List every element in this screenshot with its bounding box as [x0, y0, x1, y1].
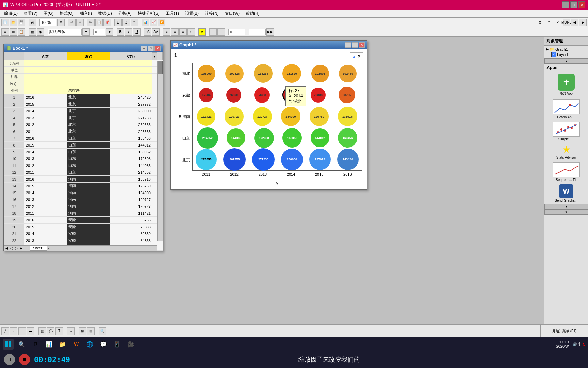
chart-plot-area[interactable]: 105000 109818 113214 111820 101505 10244…: [192, 63, 362, 171]
tb-open[interactable]: 📂: [10, 19, 17, 26]
cell-8-b[interactable]: 山东: [67, 142, 110, 148]
task-wps2[interactable]: W: [71, 339, 82, 350]
bubble-hubei-2015[interactable]: 101505: [311, 65, 329, 82]
tb-btn3[interactable]: ≡: [131, 19, 138, 26]
menu-quick-analysis[interactable]: 快捷分析(S): [135, 10, 162, 17]
bubble-henan-2016[interactable]: 135916: [338, 107, 357, 126]
task-wechat[interactable]: 💬: [98, 339, 109, 350]
cell-4-a[interactable]: 2013: [24, 114, 67, 121]
bubble-beijing-2015[interactable]: 227972: [309, 149, 331, 170]
bubble-shandong-2012[interactable]: 144085: [227, 128, 245, 147]
cell-12-a[interactable]: 2011: [24, 169, 67, 175]
menu-data[interactable]: 数据(D): [95, 10, 115, 17]
minimize-btn[interactable]: ─: [562, 1, 569, 8]
cell-20-b[interactable]: 安徽: [67, 224, 110, 230]
tb-zoom-dropdown[interactable]: ▼: [57, 19, 65, 26]
menu-view[interactable]: 查看(V): [21, 10, 40, 17]
menu-insert[interactable]: 插入(I): [77, 10, 95, 17]
bubble-henan-2014[interactable]: 134000: [281, 107, 300, 126]
task-browser[interactable]: 🌐: [84, 339, 95, 350]
start-btn[interactable]: [3, 339, 14, 350]
bubble-henan-2015[interactable]: 126759: [310, 107, 329, 126]
draw-arrow[interactable]: →: [67, 327, 75, 335]
align-left[interactable]: ≡: [163, 28, 170, 36]
col-header-c[interactable]: C(Y): [110, 52, 152, 60]
tb-btn2[interactable]: Σ: [122, 19, 130, 26]
cell-12-b[interactable]: 山东: [67, 169, 110, 175]
cell-19-a[interactable]: 2016: [24, 217, 67, 223]
cell-17-b[interactable]: 河南: [67, 203, 110, 210]
cell-1-a[interactable]: 2016: [24, 94, 67, 101]
cell-21-c[interactable]: 82359: [110, 230, 152, 237]
cell-19-c[interactable]: 98765: [110, 217, 152, 223]
right-scroll-down2[interactable]: ▼: [544, 209, 588, 215]
bubble-shandong-2016[interactable]: 163456: [338, 128, 357, 148]
cell-15-b[interactable]: 河南: [67, 189, 110, 196]
align-center[interactable]: ≡: [171, 28, 179, 36]
cell-6-b[interactable]: 北京: [67, 128, 110, 135]
cell-17-a[interactable]: 2012: [24, 203, 67, 210]
menu-window[interactable]: 窗口(W): [222, 10, 242, 17]
ss-minimize[interactable]: ─: [141, 46, 147, 51]
bubble-hubei-2011[interactable]: 105000: [198, 65, 215, 82]
stats-advisor-item[interactable]: ★ Stats Advisor: [544, 142, 588, 161]
cell-18-b[interactable]: 河南: [67, 210, 110, 216]
draw-bar[interactable]: ▬: [27, 327, 34, 335]
tb-more[interactable]: MORE: [563, 19, 570, 26]
cell-2-c[interactable]: 227972: [110, 101, 152, 107]
cell-9-a[interactable]: 2014: [24, 149, 67, 155]
italic-btn[interactable]: I: [125, 28, 132, 36]
cell-danwei-a[interactable]: [24, 67, 67, 73]
draw-dash[interactable]: ╌: [18, 327, 26, 335]
bubble-beijing-2013[interactable]: 271238: [252, 148, 275, 171]
cell-11-b[interactable]: 山东: [67, 162, 110, 169]
bubble-anhui-2016[interactable]: 98765: [339, 87, 355, 103]
cell-4-b[interactable]: 北京: [67, 114, 110, 121]
bubble-anhui-2015[interactable]: 79888: [311, 88, 326, 103]
taskview-btn[interactable]: ⧉: [30, 339, 41, 350]
cell-10-a[interactable]: 2013: [24, 155, 67, 162]
bubble-hubei-2012[interactable]: 109818: [225, 64, 244, 83]
draw-zoom[interactable]: 🔍: [99, 327, 106, 335]
send-graphs-item[interactable]: W Send Graphs...: [544, 183, 588, 204]
cell-15-c[interactable]: 134000: [110, 189, 152, 196]
menu-analysis[interactable]: 分析(A): [115, 10, 134, 17]
cell-zhushi-a[interactable]: [24, 74, 67, 80]
menu-settings[interactable]: 设置(B): [182, 10, 201, 17]
cell-10-c[interactable]: 172308: [110, 155, 152, 162]
bubble-hubei-2013[interactable]: 113214: [254, 64, 273, 83]
menu-graph[interactable]: 图(G): [41, 10, 56, 17]
cell-fx-a[interactable]: [24, 80, 67, 87]
draw-circle[interactable]: ◯: [47, 327, 54, 335]
cell-13-c[interactable]: 135916: [110, 176, 152, 182]
font-dropdown[interactable]: ▼: [82, 28, 90, 36]
task-app6[interactable]: 🎥: [125, 339, 136, 350]
cell-21-b[interactable]: 安徽: [67, 230, 110, 237]
cell-14-a[interactable]: 2015: [24, 183, 67, 189]
seq-fit-item[interactable]: Sequenti... Fit: [544, 161, 588, 183]
fill-color[interactable]: A: [198, 28, 206, 36]
draw-text[interactable]: T: [55, 327, 63, 335]
task-wps[interactable]: 📊: [44, 339, 54, 350]
cell-12-c[interactable]: 214352: [110, 169, 152, 175]
layer-checkbox[interactable]: ✓: [551, 52, 556, 57]
draw-area[interactable]: ▥: [38, 327, 46, 335]
cell-5-c[interactable]: 269555: [110, 121, 152, 128]
cell-4-c[interactable]: 271238: [110, 114, 152, 121]
cell-22-b[interactable]: 安徽: [67, 237, 110, 244]
add-app-item[interactable]: + 添加App: [544, 72, 588, 98]
cell-16-b[interactable]: 河南: [67, 196, 110, 203]
cell-21-a[interactable]: 2014: [24, 230, 67, 237]
cell-14-c[interactable]: 126759: [110, 183, 152, 189]
align-wrap[interactable]: ↵: [187, 28, 195, 36]
tb-nav-right[interactable]: ▶: [579, 19, 587, 26]
tb-nav-left[interactable]: ◀: [571, 19, 578, 26]
search-taskbar-btn[interactable]: 🔍: [16, 339, 27, 350]
tb2-btn3[interactable]: 📋: [18, 28, 25, 36]
cell-18-a[interactable]: 2011: [24, 210, 67, 216]
tb2-btn2[interactable]: ⊞: [10, 28, 17, 36]
tb2-alpha[interactable]: αβ: [144, 28, 151, 36]
fontsize-dropdown[interactable]: ▼: [106, 28, 113, 36]
graph-maximize[interactable]: □: [352, 42, 358, 48]
cell-7-c[interactable]: 163456: [110, 135, 152, 141]
